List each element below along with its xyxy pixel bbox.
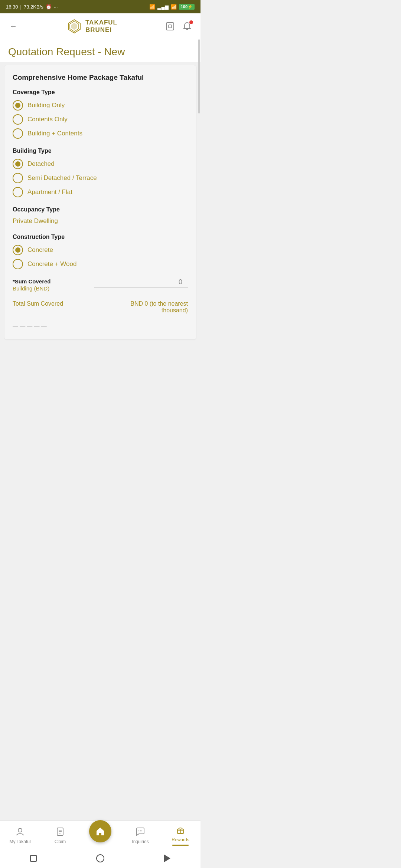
brand-country: BRUNEI bbox=[85, 26, 112, 34]
radio-concrete-inner bbox=[15, 247, 20, 253]
coverage-type-section: Coverage Type Building Only Contents Onl… bbox=[13, 89, 188, 139]
page-title-bar: Quotation Request - New bbox=[0, 39, 200, 62]
logo-icon bbox=[66, 18, 82, 34]
partial-label: — — — — — bbox=[13, 323, 188, 329]
radio-semi-detached-circle bbox=[13, 173, 23, 183]
construction-concrete-wood-label: Concrete + Wood bbox=[27, 260, 76, 268]
sum-input-col bbox=[94, 278, 188, 287]
svg-rect-4 bbox=[169, 25, 172, 28]
notification-button[interactable] bbox=[180, 20, 194, 33]
page-title: Quotation Request - New bbox=[8, 46, 192, 58]
construction-concrete-wood[interactable]: Concrete + Wood bbox=[13, 259, 188, 269]
radio-concrete-wood-circle bbox=[13, 259, 23, 269]
svg-marker-2 bbox=[71, 23, 77, 30]
coverage-building-only[interactable]: Building Only bbox=[13, 100, 188, 111]
svg-rect-3 bbox=[166, 23, 174, 30]
status-left: 16:30 | 73.2KB/s ⏰ ··· bbox=[6, 4, 58, 10]
radio-apartment-circle bbox=[13, 187, 23, 197]
app-bar: ← TAKAFUL BRUNEI bbox=[0, 13, 200, 39]
card-title: Comprehensive Home Package Takaful bbox=[13, 73, 188, 82]
sum-covered-input[interactable] bbox=[94, 278, 188, 287]
brand-name: TAKAFUL bbox=[85, 19, 117, 26]
bluetooth-icon: 📶 bbox=[149, 4, 155, 10]
camera-icon bbox=[165, 22, 175, 31]
building-apartment-label: Apartment / Flat bbox=[27, 188, 72, 196]
radio-detached-inner bbox=[15, 161, 20, 167]
sum-covered-section: *Sum Covered Building (BND) Total Sum Co… bbox=[13, 278, 188, 314]
building-semi-detached[interactable]: Semi Detached / Terrace bbox=[13, 173, 188, 183]
building-detached[interactable]: Detached bbox=[13, 159, 188, 169]
sum-covered-sublabel: Building (BND) bbox=[13, 285, 91, 292]
status-right: 📶 ▂▄▆ 📶 100⚡ bbox=[149, 4, 195, 10]
building-semi-detached-label: Semi Detached / Terrace bbox=[27, 174, 97, 182]
occupancy-type-label: Occupancy Type bbox=[13, 206, 188, 213]
app-logo: TAKAFUL BRUNEI bbox=[66, 18, 117, 34]
coverage-type-label: Coverage Type bbox=[13, 89, 188, 96]
sum-covered-row: *Sum Covered Building (BND) bbox=[13, 278, 188, 292]
network-speed: 73.2KB/s bbox=[24, 4, 43, 10]
notification-badge bbox=[189, 20, 193, 24]
occupancy-type-section: Occupancy Type Private Dwelling bbox=[13, 206, 188, 225]
radio-building-only-circle bbox=[13, 100, 23, 111]
total-sum-row: Total Sum Covered BND 0 (to the nearest … bbox=[13, 298, 188, 314]
radio-concrete-circle bbox=[13, 245, 23, 255]
camera-button[interactable] bbox=[163, 20, 177, 33]
radio-building-only-inner bbox=[15, 103, 20, 108]
status-bar: 16:30 | 73.2KB/s ⏰ ··· 📶 ▂▄▆ 📶 100⚡ bbox=[0, 0, 200, 13]
back-button[interactable]: ← bbox=[7, 20, 20, 33]
coverage-building-only-label: Building Only bbox=[27, 102, 65, 109]
sum-covered-label: *Sum Covered bbox=[13, 278, 91, 285]
radio-detached-circle bbox=[13, 159, 23, 169]
signal-icon: ▂▄▆ bbox=[157, 4, 168, 10]
construction-concrete-label: Concrete bbox=[27, 246, 53, 254]
app-bar-actions bbox=[163, 20, 194, 33]
coverage-building-contents[interactable]: Building + Contents bbox=[13, 128, 188, 139]
wifi-icon: 📶 bbox=[171, 4, 177, 10]
total-sum-label: Total Sum Covered bbox=[13, 300, 63, 307]
radio-contents-only-circle bbox=[13, 114, 23, 125]
alarm-icon: ⏰ bbox=[46, 4, 52, 10]
total-sum-value: BND 0 (to the nearest thousand) bbox=[114, 300, 188, 314]
building-detached-label: Detached bbox=[27, 160, 55, 168]
construction-type-section: Construction Type Concrete Concrete + Wo… bbox=[13, 234, 188, 269]
building-type-section: Building Type Detached Semi Detached / T… bbox=[13, 148, 188, 197]
coverage-building-contents-label: Building + Contents bbox=[27, 130, 82, 137]
main-card: Comprehensive Home Package Takaful Cover… bbox=[4, 65, 196, 339]
partial-section: — — — — — bbox=[13, 323, 188, 329]
coverage-contents-only[interactable]: Contents Only bbox=[13, 114, 188, 125]
construction-type-label: Construction Type bbox=[13, 234, 188, 240]
occupancy-type-value: Private Dwelling bbox=[13, 217, 188, 225]
building-type-label: Building Type bbox=[13, 148, 188, 154]
construction-concrete[interactable]: Concrete bbox=[13, 245, 188, 255]
radio-building-contents-circle bbox=[13, 128, 23, 139]
time: 16:30 bbox=[6, 4, 18, 10]
more-icon: ··· bbox=[54, 4, 58, 10]
separator: | bbox=[20, 4, 22, 10]
logo-text: TAKAFUL BRUNEI bbox=[85, 19, 117, 34]
sum-label-col: *Sum Covered Building (BND) bbox=[13, 278, 91, 292]
coverage-contents-only-label: Contents Only bbox=[27, 116, 68, 123]
building-apartment[interactable]: Apartment / Flat bbox=[13, 187, 188, 197]
scroll-indicator bbox=[198, 39, 200, 114]
battery-indicator: 100⚡ bbox=[179, 4, 195, 10]
